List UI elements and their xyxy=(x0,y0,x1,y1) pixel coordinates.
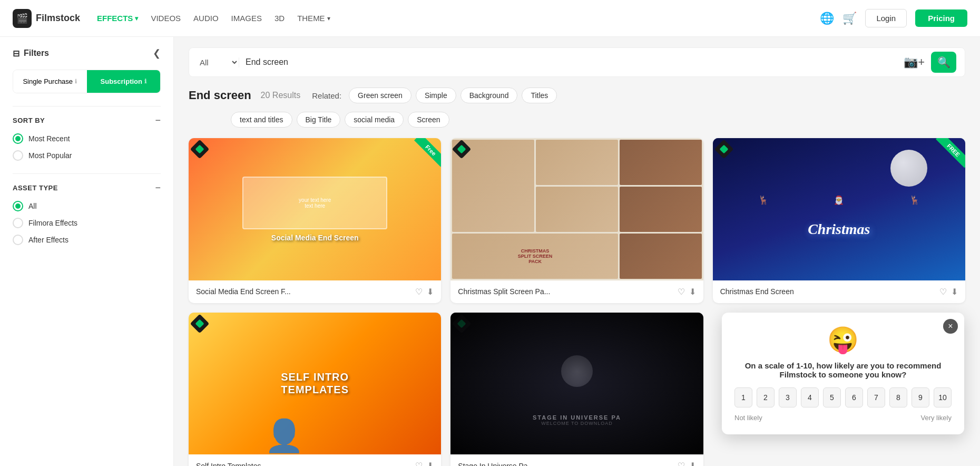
tag-background[interactable]: Background xyxy=(460,88,518,103)
nps-7[interactable]: 7 xyxy=(867,387,885,407)
asset-all[interactable]: All xyxy=(13,201,161,211)
card-2-bg: CHRISTMASSPLIT SCREENPACK xyxy=(450,138,703,280)
nps-3[interactable]: 3 xyxy=(779,387,797,407)
purchase-toggle: Single Purchase ℹ Subscription ℹ xyxy=(13,70,161,93)
asset-filmora-radio[interactable] xyxy=(13,218,23,228)
nps-10[interactable]: 10 xyxy=(934,387,952,407)
sort-most-popular[interactable]: Most Popular xyxy=(13,150,161,161)
card-1-download-button[interactable]: ⬇ xyxy=(427,287,434,297)
asset-after-effects-radio[interactable] xyxy=(13,235,23,245)
card-5-favorite-button[interactable]: ♡ xyxy=(678,461,685,466)
effects-chevron: ▾ xyxy=(135,15,138,22)
card-3-actions: ♡ ⬇ xyxy=(939,287,958,297)
nav-theme[interactable]: THEME ▾ xyxy=(297,14,330,23)
card-3-info: Christmas End Screen ♡ ⬇ xyxy=(713,280,965,303)
tag-green-screen[interactable]: Green screen xyxy=(349,88,411,103)
card-5-bg: STAGE IN UNIVERSE PA WELCOME TO DOWNLOAD xyxy=(450,313,703,455)
card-3-favorite-button[interactable]: ♡ xyxy=(939,287,947,297)
related-tags-row2: text and titles Big Title social media S… xyxy=(189,112,965,128)
sort-most-recent-radio[interactable] xyxy=(13,133,23,144)
sidebar-header: ⊟ Filters ❮ xyxy=(13,47,161,59)
sidebar-collapse-button[interactable]: ❮ xyxy=(153,47,161,59)
card-1-info: Social Media End Screen F... ♡ ⬇ xyxy=(189,280,441,303)
card-3-download-button[interactable]: ⬇ xyxy=(951,287,958,297)
card-1-title: Social Media End Screen F... xyxy=(196,287,415,296)
asset-filmora[interactable]: Filmora Effects xyxy=(13,218,161,228)
card-2-favorite-button[interactable]: ♡ xyxy=(678,287,685,297)
tag-titles[interactable]: Titles xyxy=(522,88,557,103)
search-category-select[interactable]: All Effects Videos xyxy=(198,57,239,67)
card-1-thumb: your text heretext here Social Media End… xyxy=(189,138,441,280)
camera-search-button[interactable]: 📷+ xyxy=(904,55,925,69)
card-4-download-button[interactable]: ⬇ xyxy=(427,461,434,466)
results-header: End screen 20 Results Related: Green scr… xyxy=(189,88,965,103)
results-count: 20 Results xyxy=(261,91,301,100)
nps-5[interactable]: 5 xyxy=(823,387,841,407)
cart-button[interactable]: 🛒 xyxy=(842,12,857,25)
divider-1 xyxy=(13,106,161,106)
filters-icon: ⊟ xyxy=(13,48,19,59)
single-purchase-info-icon: ℹ xyxy=(75,78,77,85)
nav-effects[interactable]: EFFECTS ▾ xyxy=(97,14,138,23)
login-button[interactable]: Login xyxy=(865,9,907,27)
card-5-download-button[interactable]: ⬇ xyxy=(689,461,696,466)
card-1-bg: your text heretext here Social Media End… xyxy=(189,138,441,280)
asset-type-header: ASSET TYPE − xyxy=(13,182,161,193)
pricing-button[interactable]: Pricing xyxy=(915,9,967,27)
card-4[interactable]: SELF INTROTEMPLATES 👤 Self Intro Templat… xyxy=(189,313,441,466)
card-4-title: Self Intro Templates xyxy=(196,462,415,466)
nps-8[interactable]: 8 xyxy=(889,387,907,407)
search-input[interactable] xyxy=(246,57,897,67)
card-5-info: Stage In Universe Pa... ♡ ⬇ xyxy=(450,454,703,466)
subscription-info-icon: ℹ xyxy=(144,78,146,85)
card-2[interactable]: CHRISTMASSPLIT SCREENPACK Christmas Spli… xyxy=(450,138,703,303)
nps-popup-close[interactable]: × xyxy=(943,319,958,334)
asset-after-effects[interactable]: After Effects xyxy=(13,235,161,245)
tag-text-and-titles[interactable]: text and titles xyxy=(231,112,292,128)
card-4-actions: ♡ ⬇ xyxy=(415,461,434,466)
nav-3d[interactable]: 3D xyxy=(275,14,285,23)
results-title: End screen xyxy=(189,89,251,102)
tag-simple[interactable]: Simple xyxy=(416,88,456,103)
search-button[interactable]: 🔍 xyxy=(931,52,956,73)
tag-social-media[interactable]: social media xyxy=(345,112,404,128)
nps-9[interactable]: 9 xyxy=(912,387,929,407)
card-4-favorite-button[interactable]: ♡ xyxy=(415,461,423,466)
nps-2[interactable]: 2 xyxy=(757,387,775,407)
sort-most-recent-label: Most Recent xyxy=(28,134,70,143)
sort-by-toggle[interactable]: − xyxy=(155,115,161,126)
related-label: Related: xyxy=(312,91,341,100)
nps-6[interactable]: 6 xyxy=(845,387,863,407)
nav-videos[interactable]: VIDEOS xyxy=(151,14,181,23)
nps-1[interactable]: 1 xyxy=(734,387,752,407)
card-4-info: Self Intro Templates ♡ ⬇ xyxy=(189,454,441,466)
logo-text: Filmstock xyxy=(36,13,80,24)
sort-most-popular-radio[interactable] xyxy=(13,150,23,161)
nps-very-likely-label: Very likely xyxy=(920,414,952,422)
logo[interactable]: 🎬 Filmstock xyxy=(13,9,80,28)
divider-2 xyxy=(13,173,161,174)
card-2-title: Christmas Split Screen Pa... xyxy=(458,287,677,296)
subscription-button[interactable]: Subscription ℹ xyxy=(87,70,161,93)
asset-type-toggle[interactable]: − xyxy=(155,182,161,193)
tag-screen[interactable]: Screen xyxy=(408,112,449,128)
nav-images[interactable]: IMAGES xyxy=(231,14,262,23)
card-1-favorite-button[interactable]: ♡ xyxy=(415,287,423,297)
sort-most-recent[interactable]: Most Recent xyxy=(13,133,161,144)
search-icon: 🔍 xyxy=(937,56,950,69)
card-3-bg: Christmas 🦌🎅🦌 xyxy=(713,138,965,280)
logo-icon: 🎬 xyxy=(13,9,32,28)
nav-audio[interactable]: AUDIO xyxy=(193,14,219,23)
card-1-actions: ♡ ⬇ xyxy=(415,287,434,297)
globe-button[interactable]: 🌐 xyxy=(820,12,834,25)
asset-all-radio[interactable] xyxy=(13,201,23,211)
card-2-download-button[interactable]: ⬇ xyxy=(689,287,696,297)
tag-big-title[interactable]: Big Title xyxy=(297,112,341,128)
card-1[interactable]: your text heretext here Social Media End… xyxy=(189,138,441,303)
single-purchase-button[interactable]: Single Purchase ℹ xyxy=(13,70,87,93)
asset-type-title: ASSET TYPE xyxy=(13,184,58,192)
card-3[interactable]: Christmas 🦌🎅🦌 FREE xyxy=(713,138,965,303)
card-5[interactable]: STAGE IN UNIVERSE PA WELCOME TO DOWNLOAD… xyxy=(450,313,703,466)
nps-4[interactable]: 4 xyxy=(801,387,819,407)
filters-title: ⊟ Filters xyxy=(13,48,49,59)
